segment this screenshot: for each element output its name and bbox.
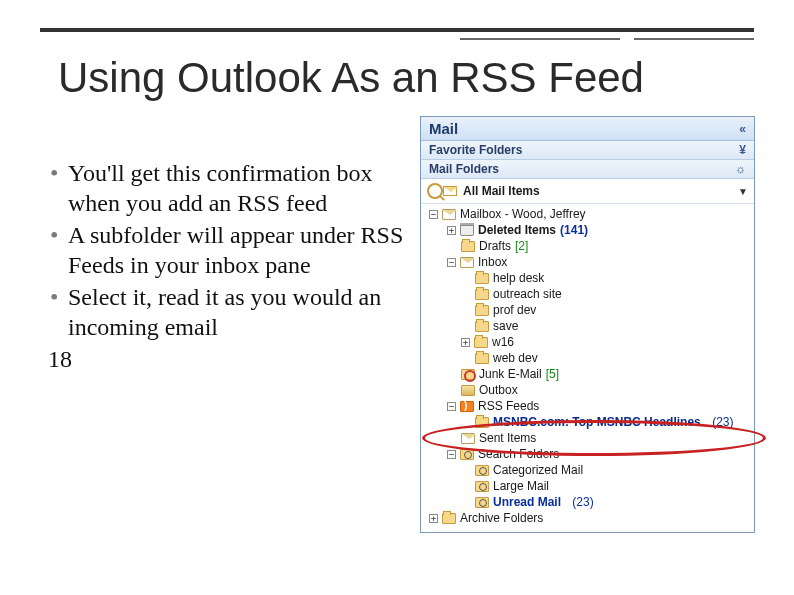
expand-toggle[interactable]: +: [429, 514, 438, 523]
collapse-toggle[interactable]: −: [447, 258, 456, 267]
chevron-down-icon[interactable]: ¥: [739, 143, 746, 157]
folder-w16[interactable]: +w16: [427, 334, 750, 350]
chevron-up-icon[interactable]: ☼: [735, 162, 746, 176]
expand-toggle[interactable]: +: [461, 338, 470, 347]
folder-icon: [475, 289, 489, 300]
folder-icon: [475, 305, 489, 316]
junk-icon: [461, 369, 475, 380]
folder-label: help desk: [493, 271, 544, 285]
outbox-label: Outbox: [479, 383, 518, 397]
mail-header[interactable]: Mail «: [421, 117, 754, 141]
categorized-label: Categorized Mail: [493, 463, 583, 477]
drafts-icon: [461, 241, 475, 252]
large-mail-node[interactable]: Large Mail: [427, 478, 750, 494]
decorative-top-lines: [40, 28, 754, 40]
mailbox-icon: [442, 209, 456, 220]
unread-count: (23): [572, 495, 593, 509]
junk-node[interactable]: Junk E-Mail [5]: [427, 366, 750, 382]
rss-label: RSS Feeds: [478, 399, 539, 413]
search-folder-icon: [475, 465, 489, 476]
mailbox-label: Mailbox - Wood, Jeffrey: [460, 207, 586, 221]
msnbc-label: MSNBC.com: Top MSNBC Headlines: [493, 415, 701, 429]
bullet-item: Select it, read it as you would an incom…: [46, 282, 406, 342]
search-icon: [427, 183, 443, 199]
folder-web-dev[interactable]: web dev: [427, 350, 750, 366]
all-mail-label: All Mail Items: [463, 184, 540, 198]
unread-mail-node[interactable]: Unread Mail (23): [427, 494, 750, 510]
outbox-icon: [461, 385, 475, 396]
rss-msnbc-node[interactable]: MSNBC.com: Top MSNBC Headlines (23): [427, 414, 750, 430]
collapse-toggle[interactable]: −: [429, 210, 438, 219]
junk-label: Junk E-Mail: [479, 367, 542, 381]
bullet-item: A subfolder will appear under RSS Feeds …: [46, 220, 406, 280]
trash-icon: [460, 225, 474, 236]
expand-toggle[interactable]: +: [447, 226, 456, 235]
folder-tree: − Mailbox - Wood, Jeffrey + Deleted Item…: [421, 204, 754, 532]
inbox-label: Inbox: [478, 255, 507, 269]
folder-icon: [474, 337, 488, 348]
bullet-item: You'll get this confirmation box when yo…: [46, 158, 406, 218]
sent-label: Sent Items: [479, 431, 536, 445]
msnbc-count: (23): [712, 415, 733, 429]
search-folder-icon: [475, 497, 489, 508]
junk-count: [5]: [546, 367, 559, 381]
folder-label: outreach site: [493, 287, 562, 301]
rss-icon: [460, 401, 474, 412]
folder-help-desk[interactable]: help desk: [427, 270, 750, 286]
search-folders-node[interactable]: −Search Folders: [427, 446, 750, 462]
mailbox-node[interactable]: − Mailbox - Wood, Jeffrey: [427, 206, 750, 222]
folder-save[interactable]: save: [427, 318, 750, 334]
folder-prof-dev[interactable]: prof dev: [427, 302, 750, 318]
collapse-icon[interactable]: «: [739, 122, 746, 136]
deleted-items-node[interactable]: + Deleted Items (141): [427, 222, 750, 238]
dropdown-icon[interactable]: ▼: [738, 186, 748, 197]
archive-label: Archive Folders: [460, 511, 543, 525]
drafts-label: Drafts: [479, 239, 511, 253]
deleted-label: Deleted Items: [478, 223, 556, 237]
rss-feeds-node[interactable]: −RSS Feeds: [427, 398, 750, 414]
folder-icon: [475, 417, 489, 428]
envelope-icon: [443, 186, 457, 196]
mail-folders-label: Mail Folders: [429, 162, 499, 176]
folder-outreach[interactable]: outreach site: [427, 286, 750, 302]
folder-icon: [475, 353, 489, 364]
folder-label: prof dev: [493, 303, 536, 317]
archive-node[interactable]: +Archive Folders: [427, 510, 750, 526]
slide-title: Using Outlook As an RSS Feed: [58, 54, 644, 102]
favorite-folders-label: Favorite Folders: [429, 143, 522, 157]
collapse-toggle[interactable]: −: [447, 402, 456, 411]
folder-label: save: [493, 319, 518, 333]
drafts-node[interactable]: Drafts [2]: [427, 238, 750, 254]
folder-label: web dev: [493, 351, 538, 365]
all-mail-items[interactable]: All Mail Items ▼: [421, 179, 754, 204]
sent-items-node[interactable]: Sent Items: [427, 430, 750, 446]
favorite-folders-header[interactable]: Favorite Folders ¥: [421, 141, 754, 160]
mail-header-label: Mail: [429, 120, 458, 137]
outbox-node[interactable]: Outbox: [427, 382, 750, 398]
outlook-navigation-pane: Mail « Favorite Folders ¥ Mail Folders ☼…: [420, 116, 755, 533]
folder-label: w16: [492, 335, 514, 349]
large-mail-label: Large Mail: [493, 479, 549, 493]
mail-folders-header[interactable]: Mail Folders ☼: [421, 160, 754, 179]
inbox-icon: [460, 257, 474, 268]
inbox-node[interactable]: − Inbox: [427, 254, 750, 270]
search-folder-icon: [460, 449, 474, 460]
slide-body: You'll get this confirmation box when yo…: [46, 158, 406, 374]
search-folder-icon: [475, 481, 489, 492]
deleted-count: (141): [560, 223, 588, 237]
folder-icon: [475, 321, 489, 332]
categorized-node[interactable]: Categorized Mail: [427, 462, 750, 478]
unread-label: Unread Mail: [493, 495, 561, 509]
search-folders-label: Search Folders: [478, 447, 559, 461]
collapse-toggle[interactable]: −: [447, 450, 456, 459]
folder-icon: [475, 273, 489, 284]
drafts-count: [2]: [515, 239, 528, 253]
page-number: 18: [46, 344, 406, 374]
archive-icon: [442, 513, 456, 524]
sent-icon: [461, 433, 475, 444]
